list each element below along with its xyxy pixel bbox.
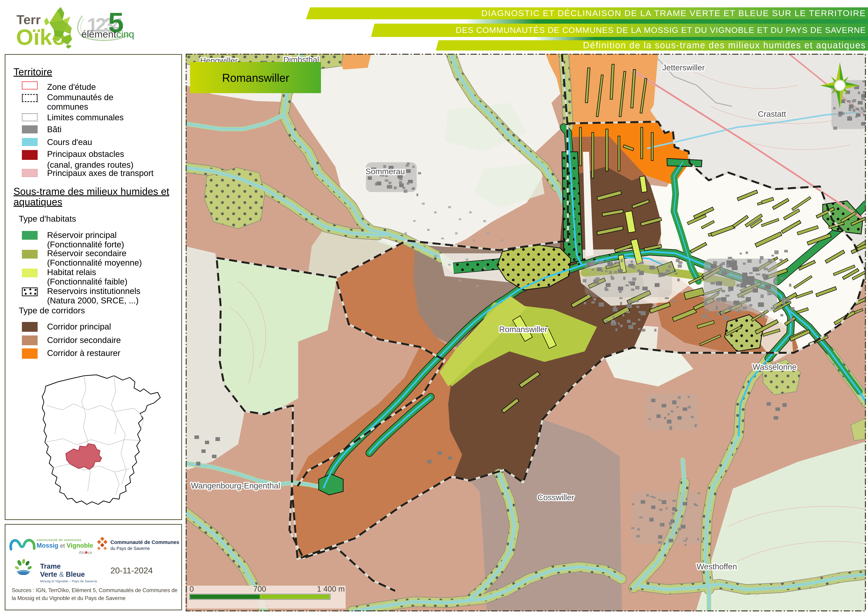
svg-text:1 400 m: 1 400 m bbox=[317, 584, 345, 593]
svg-text:Cosswiller: Cosswiller bbox=[538, 493, 574, 502]
svg-text:Westhoffen: Westhoffen bbox=[696, 562, 737, 571]
svg-text:Jetterswiller: Jetterswiller bbox=[662, 63, 705, 72]
svg-text:0: 0 bbox=[189, 584, 194, 593]
svg-text:700: 700 bbox=[253, 584, 266, 593]
svg-text:Crastatt: Crastatt bbox=[758, 109, 786, 118]
svg-text:Romanswiller: Romanswiller bbox=[222, 72, 289, 84]
svg-text:Wasselonne: Wasselonne bbox=[752, 362, 797, 372]
svg-text:Romanswiller: Romanswiller bbox=[499, 325, 547, 334]
svg-text:Sommerau: Sommerau bbox=[366, 167, 405, 176]
svg-text:Wangenbourg-Engenthal: Wangenbourg-Engenthal bbox=[191, 481, 280, 490]
